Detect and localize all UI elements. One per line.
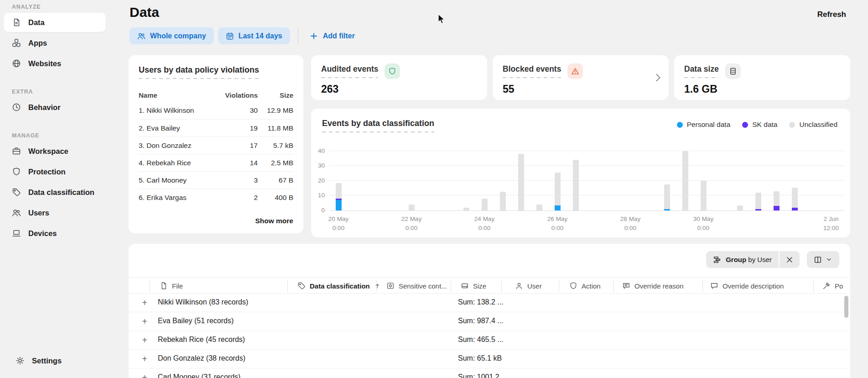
group-by-button[interactable]: Group by User <box>706 251 779 268</box>
kpi-value: 55 <box>503 83 659 95</box>
column-header-size[interactable]: Size <box>461 278 486 294</box>
sort-asc-icon <box>374 283 381 289</box>
bar-segment-personal-data <box>664 209 670 210</box>
sidebar-item-users[interactable]: Users <box>4 203 106 222</box>
column-header-sensitive-cont[interactable]: Sensitive cont... <box>386 278 447 294</box>
column-header-user[interactable]: User <box>515 278 542 294</box>
violations-row[interactable]: 3. Don Gonzalez175.7 kB <box>139 136 293 154</box>
events-chart-card: Events by data classification Personal d… <box>311 109 850 237</box>
expand-row-button[interactable]: + <box>140 335 150 345</box>
stacked-bar[interactable] <box>737 205 743 210</box>
carousel-next-button[interactable] <box>652 72 664 84</box>
show-more-button[interactable]: Show more <box>255 217 293 225</box>
violations-row[interactable]: 4. Rebekah Rice142.5 MB <box>139 154 293 171</box>
stacked-bar[interactable] <box>774 191 780 210</box>
stacked-bar[interactable] <box>463 208 469 211</box>
sidebar-item-settings[interactable]: Settings <box>7 351 102 370</box>
sidebar-item-devices[interactable]: Devices <box>4 224 106 243</box>
column-header-po[interactable]: Po <box>822 278 843 294</box>
column-header-data-classification[interactable]: Data classification <box>297 278 381 294</box>
sidebar-item-apps[interactable]: Apps <box>4 33 106 52</box>
scope-filter-chip[interactable]: Whole company <box>130 27 214 44</box>
stacked-bar[interactable] <box>518 154 524 210</box>
legend-item-unclassified[interactable]: Unclassified <box>789 121 837 129</box>
page-title: Data <box>130 5 159 20</box>
group-row-carl-mooney-31-records[interactable]: +Carl Mooney (31 records)Sum: 1001.2 ... <box>129 368 850 378</box>
kpi-value: 263 <box>321 83 477 95</box>
comment-icon <box>710 282 718 290</box>
x-axis-tick-label: 22 May0:00 <box>401 215 421 232</box>
stacked-bar[interactable] <box>701 181 707 210</box>
refresh-button[interactable]: Refresh <box>817 10 846 19</box>
violations-row[interactable]: 5. Carl Mooney367 B <box>139 171 293 189</box>
period-filter-chip[interactable]: Last 14 days <box>218 27 290 44</box>
chart-legend: Personal dataSK dataUnclassified <box>677 121 837 129</box>
user-name: 5. Carl Mooney <box>139 176 219 184</box>
stacked-bar[interactable] <box>755 193 761 210</box>
sidebar-item-behavior[interactable]: Behavior <box>4 98 106 117</box>
column-header-label: Po <box>835 282 843 290</box>
sidebar-item-protection[interactable]: Protection <box>4 162 106 181</box>
column-header-file[interactable]: File <box>160 278 183 294</box>
stacked-bar[interactable] <box>682 151 688 210</box>
columns-button[interactable] <box>807 251 839 268</box>
legend-label: SK data <box>752 121 777 129</box>
expand-row-button[interactable]: + <box>140 373 150 378</box>
stacked-bar[interactable] <box>573 160 579 210</box>
expand-row-button[interactable]: + <box>140 316 150 326</box>
column-separator <box>613 280 614 292</box>
bar-segment-sk-data <box>774 206 780 210</box>
sidebar-section-label: MANAGE <box>12 132 108 139</box>
column-separator <box>559 280 559 292</box>
sidebar-item-data[interactable]: Data <box>4 13 106 32</box>
violations-size: 67 B <box>258 176 293 184</box>
group-row-eva-bailey-51-records[interactable]: +Eva Bailey (51 records)Sum: 987.4 ... <box>129 312 850 331</box>
x-axis-tick-label: 20 May0:00 <box>328 215 348 232</box>
expand-row-button[interactable]: + <box>140 354 150 364</box>
sidebar-item-label: Protection <box>28 168 66 176</box>
group-row-rebekah-rice-45-records[interactable]: +Rebekah Rice (45 records)Sum: 465.5 ... <box>129 331 850 350</box>
sidebar-item-workspace[interactable]: Workspace <box>4 142 106 161</box>
group-row-label: Rebekah Rice (45 records) <box>158 336 245 344</box>
column-separator <box>150 280 150 292</box>
stacked-bar[interactable] <box>409 205 415 210</box>
kpi-card-data-size[interactable]: Data size1.6 GB <box>674 55 850 100</box>
sidebar-item-websites[interactable]: Websites <box>4 54 106 73</box>
stacked-bar[interactable] <box>664 184 670 210</box>
add-filter-button[interactable]: Add filter <box>310 32 355 40</box>
kpi-card-audited-events[interactable]: Audited events263 <box>311 55 487 100</box>
stacked-bar[interactable] <box>500 192 506 210</box>
sidebar-item-label: Websites <box>28 59 61 68</box>
legend-item-sk-data[interactable]: SK data <box>742 121 777 129</box>
stacked-bar[interactable] <box>336 183 342 210</box>
bar-segment-unclassified <box>792 188 798 208</box>
sidebar-item-data-classification[interactable]: Data classification <box>4 183 106 202</box>
file-icon <box>160 282 168 290</box>
group-row-nikki-wilkinson-83-records[interactable]: +Nikki Wilkinson (83 records)Sum: 138.2 … <box>129 294 850 312</box>
column-header-action[interactable]: Action <box>569 278 601 294</box>
legend-item-personal-data[interactable]: Personal data <box>677 121 731 129</box>
violations-row[interactable]: 2. Eva Bailey1911.8 MB <box>139 119 293 136</box>
mouse-cursor <box>438 14 446 25</box>
users-icon <box>12 208 21 217</box>
group-row-don-gonzalez-38-records[interactable]: +Don Gonzalez (38 records)Sum: 65.1 kB <box>129 350 850 368</box>
stacked-bar[interactable] <box>792 188 798 210</box>
legend-dot <box>789 122 795 128</box>
violations-row[interactable]: 1. Nikki Wilkinson3012.9 MB <box>139 102 293 119</box>
column-header-label: Override reason <box>634 282 684 290</box>
stacked-bar[interactable] <box>555 173 561 210</box>
column-header-override-reason[interactable]: Override reason <box>622 278 684 294</box>
expand-row-button[interactable]: + <box>140 298 150 308</box>
clear-grouping-button[interactable] <box>780 251 800 268</box>
kpi-title: Blocked events <box>503 64 561 78</box>
bar-segment-unclassified <box>518 154 524 210</box>
bar-segment-unclassified <box>737 205 743 210</box>
table-scrollbar[interactable] <box>844 295 848 376</box>
kpi-card-blocked-events[interactable]: Blocked events55 <box>493 55 669 100</box>
scrollbar-thumb[interactable] <box>844 296 848 318</box>
violations-row[interactable]: 6. Erika Vargas2400 B <box>139 189 293 206</box>
sidebar-item-label: Devices <box>28 229 57 238</box>
stacked-bar[interactable] <box>536 205 542 210</box>
column-header-override-description[interactable]: Override description <box>710 278 784 294</box>
stacked-bar[interactable] <box>482 199 488 210</box>
